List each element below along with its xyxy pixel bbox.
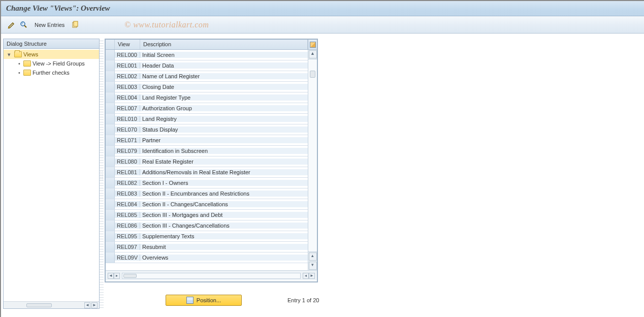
cell-description[interactable]: Header Data xyxy=(140,62,308,69)
row-selector[interactable] xyxy=(106,146,115,156)
scroll-down-icon[interactable]: ▾ xyxy=(309,262,317,270)
row-selector[interactable] xyxy=(106,124,115,135)
column-header-description[interactable]: Description xyxy=(140,40,308,49)
cell-description[interactable]: Additions/Removals in Real Estate Regist… xyxy=(140,169,308,175)
cell-view[interactable]: REL095 xyxy=(115,233,140,239)
table-row[interactable]: REL079Identification in Subscreen xyxy=(106,146,308,156)
cell-view[interactable]: REL083 xyxy=(115,191,140,197)
table-row[interactable]: REL002Name of Land Register xyxy=(106,71,308,82)
cell-description[interactable]: Section II - Changes/Cancellations xyxy=(140,201,308,207)
cell-view[interactable]: REL071 xyxy=(115,137,140,143)
scroll-right-icon[interactable]: ► xyxy=(309,273,315,279)
row-selector[interactable] xyxy=(106,231,115,241)
cell-view[interactable]: REL086 xyxy=(115,223,140,229)
row-selector[interactable] xyxy=(106,92,115,103)
table-row[interactable]: REL004Land Register Type xyxy=(106,92,308,103)
cell-description[interactable]: Real Estate Register xyxy=(140,158,308,165)
table-row[interactable]: REL001Header Data xyxy=(106,60,308,71)
cell-view[interactable]: REL079 xyxy=(115,148,140,154)
cell-description[interactable]: Authorization Group xyxy=(140,105,308,111)
table-row[interactable]: REL071Partner xyxy=(106,135,308,146)
cell-description[interactable]: Name of Land Register xyxy=(140,73,308,79)
row-selector[interactable] xyxy=(106,252,115,263)
row-selector[interactable] xyxy=(106,210,115,220)
tree-item-field-groups[interactable]: • View -> Field Groups xyxy=(4,59,99,68)
scroll-up-small-icon[interactable]: ▴ xyxy=(309,252,317,261)
table-row[interactable]: REL003Closing Date xyxy=(106,82,308,92)
row-selector[interactable] xyxy=(106,135,115,145)
row-selector[interactable] xyxy=(106,178,115,188)
cell-description[interactable]: Initial Screen xyxy=(140,52,308,58)
scrollbar-thumb[interactable] xyxy=(26,303,52,307)
cell-view[interactable]: REL09V xyxy=(115,255,140,261)
table-row[interactable]: REL081Additions/Removals in Real Estate … xyxy=(106,167,308,178)
table-row[interactable]: REL086Section III - Changes/Cancellation… xyxy=(106,220,308,231)
cell-description[interactable]: Resubmit xyxy=(140,244,308,250)
cell-description[interactable]: Land Register Type xyxy=(140,94,308,101)
scrollbar-track[interactable] xyxy=(308,59,317,252)
copy-icon[interactable] xyxy=(71,20,80,29)
select-all-header[interactable] xyxy=(106,40,115,49)
splitter-handle[interactable] xyxy=(100,39,104,309)
row-selector[interactable] xyxy=(106,199,115,209)
dialog-hscrollbar[interactable]: ◄ ► xyxy=(4,301,99,308)
cell-view[interactable]: REL010 xyxy=(115,116,140,122)
cell-view[interactable]: REL003 xyxy=(115,84,140,90)
table-row[interactable]: REL095Supplementary Texts xyxy=(106,231,308,242)
scroll-left-icon[interactable]: ◄ xyxy=(108,273,114,279)
cell-view[interactable]: REL007 xyxy=(115,105,140,111)
cell-description[interactable]: Section I - Owners xyxy=(140,180,308,186)
cell-description[interactable]: Land Registry xyxy=(140,116,308,122)
table-row[interactable]: REL080Real Estate Register xyxy=(106,156,308,167)
cell-view[interactable]: REL002 xyxy=(115,73,140,79)
row-selector[interactable] xyxy=(106,188,115,199)
row-selector[interactable] xyxy=(106,167,115,177)
table-row[interactable]: REL082Section I - Owners xyxy=(106,178,308,188)
column-header-view[interactable]: View xyxy=(115,40,140,49)
row-selector[interactable] xyxy=(106,103,115,113)
row-selector[interactable] xyxy=(106,60,115,71)
scrollbar-track[interactable] xyxy=(122,273,301,279)
row-selector[interactable] xyxy=(106,82,115,92)
scrollbar-thumb[interactable] xyxy=(310,71,315,78)
row-selector[interactable] xyxy=(106,114,115,124)
row-selector[interactable] xyxy=(106,220,115,231)
cell-description[interactable]: Overviews xyxy=(140,255,308,261)
table-row[interactable]: REL000Initial Screen xyxy=(106,50,308,60)
scroll-left-icon[interactable]: ◄ xyxy=(84,302,90,308)
cell-description[interactable]: Status Display xyxy=(140,126,308,133)
cell-description[interactable]: Section III - Changes/Cancellations xyxy=(140,223,308,229)
cell-view[interactable]: REL082 xyxy=(115,180,140,186)
toggle-edit-icon[interactable] xyxy=(7,20,16,29)
scroll-right-icon[interactable]: ► xyxy=(91,302,98,308)
cell-description[interactable]: Supplementary Texts xyxy=(140,233,308,239)
cell-description[interactable]: Section III - Mortgages and Debt xyxy=(140,212,308,218)
table-row[interactable]: REL085Section III - Mortgages and Debt xyxy=(106,210,308,220)
scroll-left-small-icon[interactable]: ◂ xyxy=(303,273,309,279)
cell-view[interactable]: REL084 xyxy=(115,201,140,207)
table-row[interactable]: REL097Resubmit xyxy=(106,242,308,252)
table-row[interactable]: REL084Section II - Changes/Cancellations xyxy=(106,199,308,210)
cell-view[interactable]: REL004 xyxy=(115,94,140,101)
table-hscrollbar[interactable]: ◄ ▸ ◂ ► xyxy=(106,270,317,280)
table-row[interactable]: REL083Section II - Encumbrances and Rest… xyxy=(106,188,308,199)
table-row[interactable]: REL007Authorization Group xyxy=(106,103,308,114)
row-selector[interactable] xyxy=(106,71,115,81)
cell-view[interactable]: REL070 xyxy=(115,126,140,133)
cell-view[interactable]: REL085 xyxy=(115,212,140,218)
scroll-up-icon[interactable]: ▲ xyxy=(309,50,317,58)
row-selector[interactable] xyxy=(106,242,115,252)
table-vscrollbar[interactable]: ▲ ▴ ▾ xyxy=(308,50,317,270)
new-entries-button[interactable]: New Entries xyxy=(31,22,68,28)
tree-item-further-checks[interactable]: • Further checks xyxy=(4,68,99,77)
cell-description[interactable]: Closing Date xyxy=(140,84,308,90)
table-row[interactable]: REL070Status Display xyxy=(106,124,308,135)
cell-view[interactable]: REL000 xyxy=(115,52,140,58)
scroll-right-small-icon[interactable]: ▸ xyxy=(114,273,120,279)
tree-caret-icon[interactable]: ▾ xyxy=(8,51,13,58)
tree-item-views[interactable]: ▾ Views xyxy=(4,50,99,59)
position-button[interactable]: Position... xyxy=(166,295,242,306)
cell-view[interactable]: REL080 xyxy=(115,158,140,165)
cell-description[interactable]: Identification in Subscreen xyxy=(140,148,308,154)
table-row[interactable]: REL010Land Registry xyxy=(106,114,308,124)
